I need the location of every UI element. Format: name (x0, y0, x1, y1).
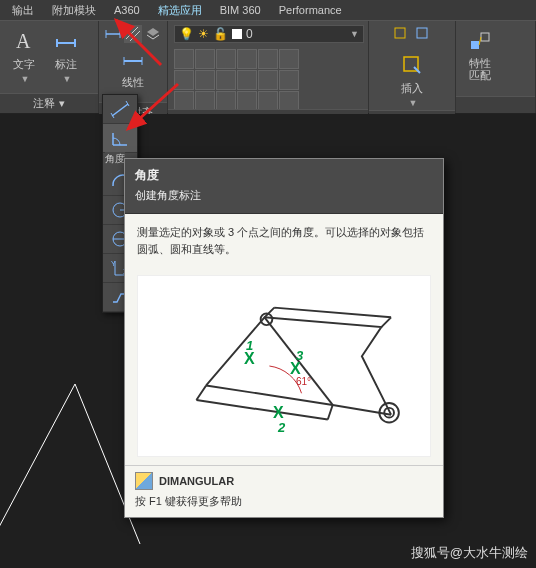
linear-label: 线性 (122, 75, 144, 90)
menu-addins[interactable]: 附加模块 (44, 1, 104, 20)
layer-color-swatch (232, 29, 242, 39)
panel-annotation: A 文字 ▼ 标注 ▼ 注释 ▾ (0, 21, 99, 113)
tooltip: 角度 创建角度标注 测量选定的对象或 3 个点之间的角度。可以选择的对象包括圆弧… (124, 158, 444, 518)
layer-tool[interactable] (174, 91, 194, 111)
layer-tool[interactable] (279, 49, 299, 69)
text-button[interactable]: A 文字 ▼ (6, 25, 42, 86)
tooltip-command: DIMANGULAR (135, 472, 433, 490)
panel-properties: 特性 匹配 (456, 21, 536, 113)
lightbulb-icon: 💡 (179, 27, 194, 41)
layer-tool[interactable] (237, 70, 257, 90)
text-label: 文字 (13, 57, 35, 72)
layer-combo[interactable]: 💡 ☀ 🔓 0 ▼ (174, 25, 364, 43)
layer-tool[interactable] (195, 91, 215, 111)
svg-line-16 (112, 104, 128, 116)
insert-icon (398, 51, 426, 79)
dimension-label: 标注 (55, 57, 77, 72)
block-icon[interactable] (392, 25, 410, 43)
fig-label-2: 2 (278, 420, 285, 435)
tooltip-footer: DIMANGULAR 按 F1 键获得更多帮助 (125, 465, 443, 517)
fig-angle: 61° (296, 376, 311, 387)
ribbon: A 文字 ▼ 标注 ▼ 注释 ▾ 线性 ▼ 对齐 (0, 21, 536, 114)
watermark: 搜狐号@大水牛测绘 (411, 544, 528, 562)
linear-icon[interactable] (104, 25, 122, 43)
layer-tools-grid (174, 49, 297, 109)
chevron-down-icon: ▼ (409, 98, 418, 108)
insert-label: 插入 (401, 81, 423, 96)
layer-tool[interactable] (279, 91, 299, 111)
tooltip-subtitle: 创建角度标注 (135, 188, 433, 203)
menu-a360[interactable]: A360 (106, 2, 148, 18)
chevron-down-icon: ▼ (350, 29, 359, 39)
block-edit-icon[interactable] (414, 25, 432, 43)
panel-title-annotation[interactable]: 注释 ▾ (0, 93, 98, 113)
svg-rect-12 (417, 28, 427, 38)
layer-tool[interactable] (174, 49, 194, 69)
layer-tool[interactable] (216, 70, 236, 90)
sun-icon: ☀ (198, 27, 209, 41)
layer-tool[interactable] (174, 70, 194, 90)
svg-rect-14 (471, 41, 479, 49)
svg-rect-15 (481, 33, 489, 41)
panel-block: 插入 ▼ 块 ▾ (369, 21, 456, 113)
match-properties-label: 特性 匹配 (469, 57, 491, 81)
layer-tool[interactable] (216, 91, 236, 111)
linear-big-icon (119, 45, 147, 73)
menu-bim360[interactable]: BIM 360 (212, 2, 269, 18)
layer-tool[interactable] (237, 49, 257, 69)
layer-tool[interactable] (279, 70, 299, 90)
layer-tool[interactable] (216, 49, 236, 69)
menu-output[interactable]: 输出 (4, 1, 42, 20)
text-icon: A (10, 27, 38, 55)
menu-featured[interactable]: 精选应用 (150, 1, 210, 20)
tooltip-illustration: 1 X 3 X 61° X 2 (137, 275, 431, 457)
tooltip-title: 角度 (135, 167, 433, 184)
menu-performance[interactable]: Performance (271, 2, 350, 18)
chevron-down-icon: ▼ (21, 74, 30, 84)
svg-rect-11 (395, 28, 405, 38)
hatch-icon[interactable] (124, 25, 142, 43)
layer-tool[interactable] (237, 91, 257, 111)
match-properties-icon (466, 27, 494, 55)
match-properties-button[interactable]: 特性 匹配 (462, 25, 498, 83)
layer-tool[interactable] (258, 91, 278, 111)
dimension-icon (52, 27, 80, 55)
insert-button[interactable]: 插入 ▼ (394, 49, 430, 110)
command-name: DIMANGULAR (159, 475, 234, 487)
layers-icon[interactable] (144, 25, 162, 43)
lock-icon: 🔓 (213, 27, 228, 41)
layer-tool[interactable] (258, 70, 278, 90)
tooltip-help: 按 F1 键获得更多帮助 (135, 494, 433, 509)
layer-tool[interactable] (195, 70, 215, 90)
layer-tool[interactable] (258, 49, 278, 69)
tooltip-body: 测量选定的对象或 3 个点之间的角度。可以选择的对象包括圆弧、圆和直线等。 (125, 214, 443, 267)
dd-angular-label: 角度 (105, 152, 125, 166)
svg-text:A: A (16, 30, 31, 52)
svg-text:Y: Y (111, 260, 116, 267)
layer-tool[interactable] (195, 49, 215, 69)
menu-bar: 输出 附加模块 A360 精选应用 BIM 360 Performance (0, 0, 536, 21)
chevron-down-icon: ▼ (63, 74, 72, 84)
layer-name: 0 (246, 27, 253, 41)
dd-linear[interactable] (103, 95, 137, 124)
command-icon (135, 472, 153, 490)
panel-layers: 💡 ☀ 🔓 0 ▼ 图层 ▾ (168, 21, 369, 113)
dd-angular[interactable]: 角度 (103, 124, 137, 153)
fig-x-1: X (244, 350, 255, 368)
panel-title-props (456, 96, 535, 113)
dimension-button[interactable]: 标注 ▼ (48, 25, 84, 86)
tooltip-header: 角度 创建角度标注 (125, 159, 443, 214)
